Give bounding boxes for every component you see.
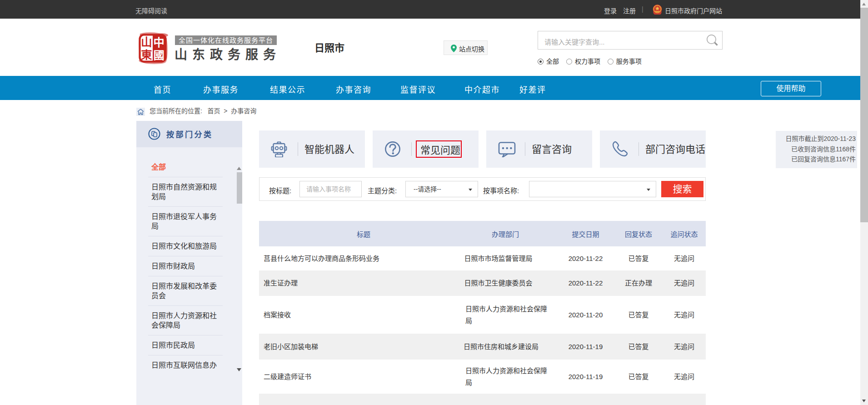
svg-text:中: 中 xyxy=(154,36,165,49)
svg-text:山: 山 xyxy=(141,36,152,48)
svg-text:東: 東 xyxy=(141,49,152,61)
svg-text:國: 國 xyxy=(154,49,165,61)
